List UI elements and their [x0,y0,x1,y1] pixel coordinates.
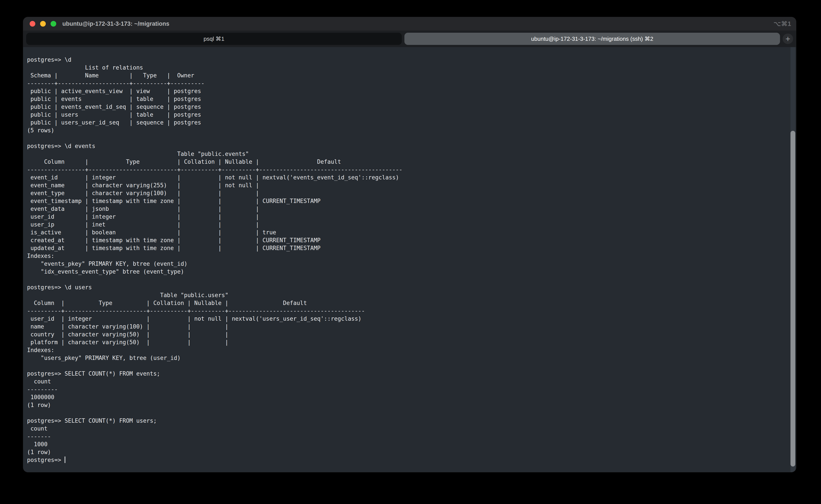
terminal-output: postgres=> \d List of relations Schema |… [23,47,796,456]
terminal-body[interactable]: postgres=> \d List of relations Schema |… [23,47,796,472]
window-titlebar[interactable]: ubuntu@ip-172-31-3-173: ~/migrations ⌥⌘1 [23,17,796,31]
terminal-prompt-line: postgres=> [23,456,796,464]
tab-ssh-migrations[interactable]: ubuntu@ip-172-31-3-173: ~/migrations (ss… [404,33,780,45]
traffic-lights [30,21,56,27]
terminal-window: ubuntu@ip-172-31-3-173: ~/migrations ⌥⌘1… [23,17,796,472]
tab-psql[interactable]: psql ⌘1 [26,33,402,45]
window-title: ubuntu@ip-172-31-3-173: ~/migrations [62,20,169,27]
tab-ssh-migrations-label: ubuntu@ip-172-31-3-173: ~/migrations (ss… [531,36,653,42]
plus-icon: + [785,35,790,43]
zoom-button[interactable] [51,21,56,27]
scrollbar-thumb[interactable] [790,131,795,467]
terminal-prompt: postgres=> [27,457,65,463]
terminal-cursor [65,456,65,463]
tab-psql-label: psql ⌘1 [204,36,224,42]
new-tab-button[interactable]: + [783,34,793,44]
window-shortcut-badge: ⌥⌘1 [773,20,791,27]
minimize-button[interactable] [40,21,46,27]
close-button[interactable] [30,21,35,27]
tab-bar: psql ⌘1 ubuntu@ip-172-31-3-173: ~/migrat… [23,31,796,47]
